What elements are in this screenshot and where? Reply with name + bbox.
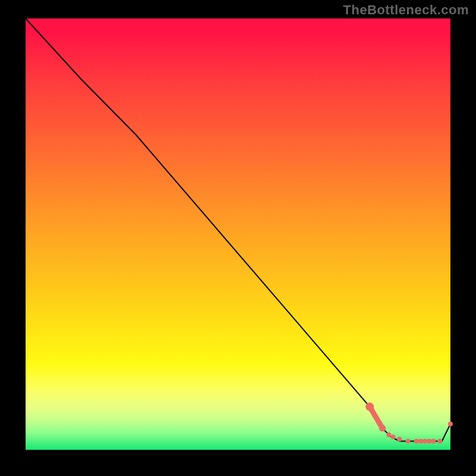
data-point xyxy=(397,437,402,441)
data-point xyxy=(422,439,427,444)
data-point xyxy=(386,433,391,437)
data-point xyxy=(379,425,386,431)
data-point xyxy=(448,422,453,427)
data-point xyxy=(431,439,436,444)
data-point xyxy=(427,439,431,444)
data-point xyxy=(391,434,396,439)
data-point xyxy=(414,439,419,444)
marker-layer xyxy=(365,403,453,444)
chart-overlay xyxy=(26,18,450,450)
data-point xyxy=(437,439,442,444)
data-point xyxy=(365,403,374,411)
bottleneck-curve xyxy=(26,18,450,441)
data-point xyxy=(418,439,423,444)
watermark-text: TheBottleneck.com xyxy=(343,2,469,18)
data-point xyxy=(406,439,411,444)
chart-frame: TheBottleneck.com xyxy=(0,0,476,476)
curve-layer xyxy=(26,18,450,441)
